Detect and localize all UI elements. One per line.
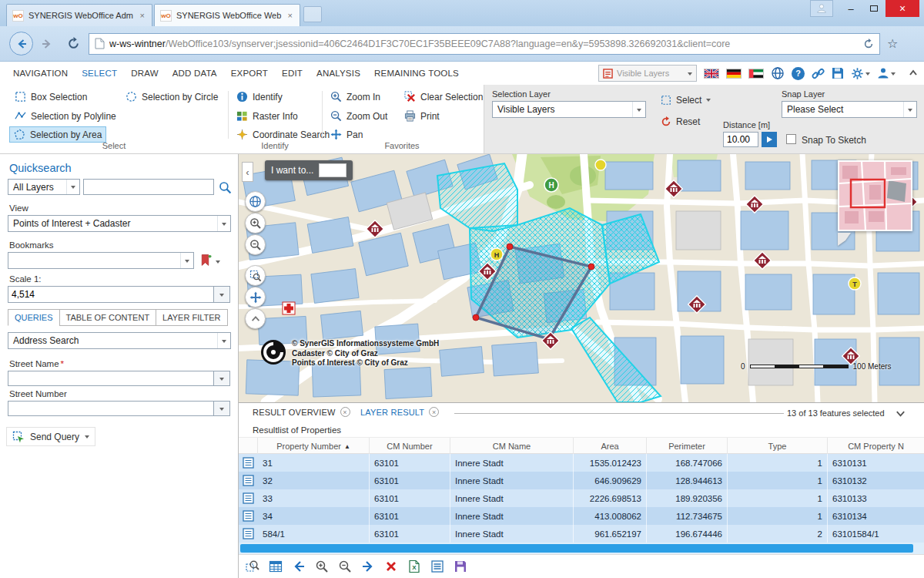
print-button[interactable]: Print [400, 108, 444, 124]
browser-tab-webclient[interactable]: wO SYNERGIS WebOffice Web × [154, 4, 300, 26]
tab-table-of-content[interactable]: TABLE OF CONTENT [59, 309, 157, 326]
tab-result-overview[interactable]: RESULT OVERVIEW × [253, 407, 350, 417]
forward-button[interactable] [36, 33, 58, 55]
table-row[interactable]: 33 63101 Innere Stadt 2226.698513 189.92… [239, 489, 924, 507]
record-icon[interactable] [243, 510, 254, 522]
table-row[interactable]: 32 63101 Innere Stadt 646.909629 128.944… [239, 472, 924, 489]
close-button[interactable]: × [886, 0, 919, 17]
street-name-select-arrow[interactable] [213, 371, 230, 386]
ribbon-tab-add-data[interactable]: ADD DATA [166, 69, 224, 78]
column-header-type[interactable]: Type [728, 438, 828, 455]
save-icon[interactable] [832, 67, 844, 79]
show-result-list-button[interactable] [428, 557, 447, 576]
apply-distance-button[interactable] [762, 132, 777, 147]
tab-close-icon[interactable]: × [286, 11, 294, 20]
help-button[interactable]: ? [792, 67, 805, 80]
overview-map[interactable] [838, 160, 912, 231]
flag-arabic-icon[interactable] [748, 69, 764, 79]
quicksearch-input[interactable] [83, 179, 214, 195]
ribbon-tab-navigation[interactable]: NAVIGATION [6, 69, 75, 78]
scale-input[interactable] [8, 286, 214, 303]
select-split-button[interactable]: Select [657, 92, 715, 108]
collapse-panel-icon[interactable] [895, 409, 906, 418]
previous-result-button[interactable] [290, 557, 308, 576]
back-button[interactable] [9, 32, 33, 55]
globe-icon[interactable] [771, 66, 785, 80]
bookmarks-select[interactable] [8, 252, 194, 269]
add-bookmark-icon[interactable] [199, 254, 212, 267]
raster-info-button[interactable]: Raster Info [233, 108, 302, 124]
map-zoom-out-button[interactable] [245, 234, 266, 255]
minimize-button[interactable]: – [839, 0, 862, 17]
quicksearch-layer-select[interactable]: All Layers [8, 179, 80, 195]
chevron-down-icon[interactable] [216, 260, 220, 266]
column-header-perimeter[interactable]: Perimeter [647, 438, 728, 455]
ribbon-tab-edit[interactable]: EDIT [275, 69, 310, 78]
selection-layer-select[interactable]: Visible Layers [492, 101, 646, 118]
export-excel-button[interactable]: X [405, 557, 424, 576]
selection-by-area-button[interactable]: Selection by Area [9, 126, 106, 143]
map-pan-button[interactable] [245, 287, 266, 307]
coordinate-search-button[interactable]: Coordinate Search [233, 126, 333, 143]
flag-english-icon[interactable] [704, 69, 719, 79]
refresh-page-icon[interactable] [863, 39, 874, 49]
next-result-button[interactable] [359, 557, 377, 576]
user-menu-button[interactable] [877, 67, 896, 79]
favorites-star-icon[interactable]: ☆ [887, 36, 898, 51]
clear-selection-button[interactable]: Clear Selection [400, 89, 487, 105]
i-want-to-input[interactable] [319, 163, 346, 177]
table-row[interactable]: 31 63101 Innere Stadt 1535.012423 168.74… [239, 454, 924, 472]
remove-result-button[interactable] [382, 557, 400, 576]
selection-by-circle-button[interactable]: Selection by Circle [122, 89, 222, 105]
tab-layer-filter[interactable]: LAYER FILTER [156, 309, 227, 326]
ribbon-tab-select[interactable]: SELECT [75, 69, 124, 78]
column-header-cm-property[interactable]: CM Property N [828, 438, 924, 455]
search-icon[interactable] [219, 181, 232, 194]
zoom-out-button[interactable]: Zoom Out [326, 108, 391, 124]
scale-select-arrow[interactable] [213, 286, 230, 303]
selection-by-polyline-button[interactable]: Selection by Polyline [11, 108, 120, 124]
query-type-select[interactable]: Address Search [8, 332, 231, 349]
close-tab-icon[interactable]: × [429, 407, 439, 417]
send-query-button[interactable]: Send Query [6, 427, 95, 446]
tab-close-icon[interactable]: × [139, 11, 146, 20]
i-want-to-button[interactable]: I want to... [265, 160, 353, 180]
maximize-button[interactable] [862, 0, 886, 17]
save-results-button[interactable] [451, 557, 470, 576]
identify-button[interactable]: Identify [233, 89, 286, 105]
record-icon[interactable] [243, 475, 254, 486]
record-icon[interactable] [243, 528, 254, 539]
visible-layers-dropdown[interactable]: Visible Layers [598, 65, 697, 82]
map-zoom-in-button[interactable] [245, 213, 266, 234]
address-bar[interactable]: w-ws-wintner/WebOffice103/synserver;jses… [89, 33, 880, 55]
attribute-table-button[interactable] [266, 557, 285, 576]
horizontal-scrollbar[interactable] [239, 543, 924, 554]
ribbon-tab-remaining-tools[interactable]: REMAINING TOOLS [367, 69, 466, 78]
overview-toggle[interactable] [838, 233, 851, 246]
pan-button[interactable]: Pan [326, 126, 367, 143]
ribbon-tab-analysis[interactable]: ANALYSIS [310, 69, 367, 78]
refresh-button[interactable] [64, 33, 82, 55]
map-zoom-extent-button[interactable] [245, 265, 266, 286]
column-header-property-number[interactable]: Property Number▲ [258, 438, 370, 455]
ribbon-tab-export[interactable]: EXPORT [224, 69, 275, 78]
collapse-ribbon-icon[interactable] [907, 68, 919, 79]
snap-layer-select[interactable]: Please Select [782, 101, 917, 118]
record-icon[interactable] [243, 457, 254, 469]
street-name-input[interactable] [8, 371, 214, 386]
zoom-to-selection-button[interactable] [243, 557, 262, 576]
scrollbar-thumb[interactable] [240, 544, 913, 553]
table-row[interactable]: 584/1 63101 Innere Stadt 961.652197 196.… [239, 525, 924, 543]
flag-german-icon[interactable] [726, 69, 742, 79]
zoom-result-in-button[interactable] [313, 557, 331, 576]
settings-button[interactable] [851, 67, 870, 80]
reset-button[interactable]: Reset [657, 113, 704, 129]
browser-tab-admin[interactable]: wO SYNERGIS WebOffice Adm × [6, 4, 152, 26]
close-tab-icon[interactable]: × [340, 407, 350, 417]
tab-queries[interactable]: QUERIES [8, 309, 60, 326]
zoom-result-out-button[interactable] [336, 557, 354, 576]
record-icon[interactable] [243, 492, 254, 504]
table-row[interactable]: 34 63101 Innere Stadt 413.008062 112.734… [239, 507, 924, 525]
ribbon-tab-draw[interactable]: DRAW [124, 69, 166, 78]
sidebar-collapse-button[interactable]: ‹ [242, 162, 253, 182]
